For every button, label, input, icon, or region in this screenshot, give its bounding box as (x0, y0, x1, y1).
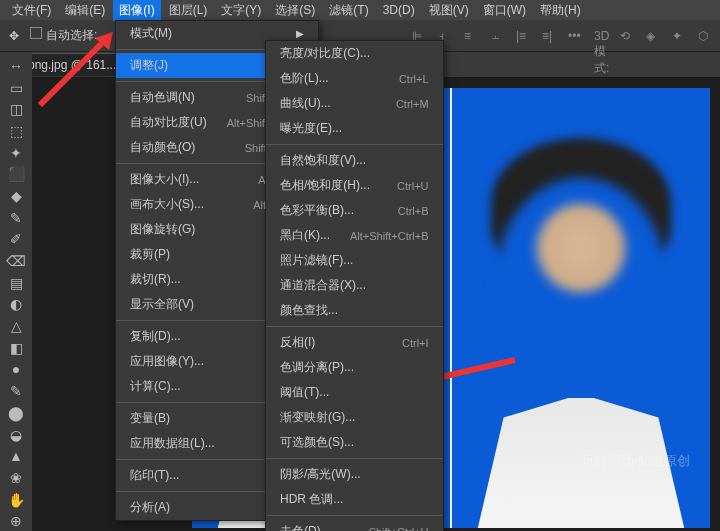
tool-4[interactable]: ✦ (4, 143, 28, 163)
menu-item[interactable]: 颜色查找... (266, 298, 443, 323)
tool-2[interactable]: ◫ (4, 99, 28, 119)
alignment-icons: ⊫ ⫞ ≡ ⫠ |≡ ≡| ••• 3D 模式: ⟲ ◈ ✦ ⬡ (412, 29, 714, 43)
mode-icon[interactable]: ◈ (646, 29, 662, 43)
mode-icon[interactable]: ⬡ (698, 29, 714, 43)
menubar: 文件(F)编辑(E)图像(I)图层(L)文字(Y)选择(S)滤镜(T)3D(D)… (0, 0, 720, 20)
mode-icon[interactable]: ⟲ (620, 29, 636, 43)
menu-8[interactable]: 视图(V) (423, 0, 475, 21)
tool-18[interactable]: ▲ (4, 446, 28, 466)
menu-0[interactable]: 文件(F) (6, 0, 57, 21)
tool-14[interactable]: ● (4, 360, 28, 380)
tool-7[interactable]: ✎ (4, 208, 28, 228)
tool-0[interactable]: ↔ (4, 56, 28, 76)
tool-13[interactable]: ◧ (4, 338, 28, 358)
toolbar: ↔▭◫⬚✦⬛◆✎✐⌫▤◐△◧●✎⬤◒▲❀✋⊕ (0, 52, 32, 531)
tool-21[interactable]: ⊕ (4, 511, 28, 531)
menu-5[interactable]: 选择(S) (269, 0, 321, 21)
menu-item[interactable]: 色相/饱和度(H)...Ctrl+U (266, 173, 443, 198)
watermark: 玩转职场·知道原创 (582, 452, 690, 470)
tool-16[interactable]: ⬤ (4, 403, 28, 423)
tool-6[interactable]: ◆ (4, 186, 28, 206)
menu-1[interactable]: 编辑(E) (59, 0, 111, 21)
move-icon: ✥ (6, 28, 22, 44)
menu-item[interactable]: 色调分离(P)... (266, 355, 443, 380)
tool-12[interactable]: △ (4, 316, 28, 336)
menu-item[interactable]: 亮度/对比度(C)... (266, 41, 443, 66)
menu-item[interactable]: 渐变映射(G)... (266, 405, 443, 430)
menu-2[interactable]: 图像(I) (113, 0, 160, 21)
menu-item[interactable]: 色阶(L)...Ctrl+L (266, 66, 443, 91)
menu-6[interactable]: 滤镜(T) (323, 0, 374, 21)
tool-3[interactable]: ⬚ (4, 121, 28, 141)
tool-10[interactable]: ▤ (4, 273, 28, 293)
tool-5[interactable]: ⬛ (4, 164, 28, 184)
menu-item[interactable]: 通道混合器(X)... (266, 273, 443, 298)
tool-9[interactable]: ⌫ (4, 251, 28, 271)
adjustments-submenu: 亮度/对比度(C)...色阶(L)...Ctrl+L曲线(U)...Ctrl+M… (265, 40, 444, 531)
align-icon[interactable]: ≡ (464, 29, 480, 43)
more-icon[interactable]: ••• (568, 29, 584, 43)
menu-item[interactable]: 照片滤镜(F)... (266, 248, 443, 273)
menu-item[interactable]: 自然饱和度(V)... (266, 148, 443, 173)
menu-item[interactable]: HDR 色调... (266, 487, 443, 512)
align-icon[interactable]: ≡| (542, 29, 558, 43)
mode-label: 3D 模式: (594, 29, 610, 43)
tool-15[interactable]: ✎ (4, 381, 28, 401)
auto-select-checkbox[interactable]: 自动选择: (30, 27, 97, 44)
menu-item[interactable]: 阴影/高光(W)... (266, 462, 443, 487)
menu-9[interactable]: 窗口(W) (477, 0, 532, 21)
menu-item[interactable]: 色彩平衡(B)...Ctrl+B (266, 198, 443, 223)
tab-label: 1.png.jpg @ 161... (18, 58, 116, 72)
menu-item[interactable]: 反相(I)Ctrl+I (266, 330, 443, 355)
menu-10[interactable]: 帮助(H) (534, 0, 587, 21)
menu-item[interactable]: 去色(D)Shift+Ctrl+U (266, 519, 443, 531)
menu-3[interactable]: 图层(L) (163, 0, 214, 21)
align-icon[interactable]: |≡ (516, 29, 532, 43)
menu-item[interactable]: 黑白(K)...Alt+Shift+Ctrl+B (266, 223, 443, 248)
tool-11[interactable]: ◐ (4, 295, 28, 315)
tool-20[interactable]: ✋ (4, 490, 28, 510)
menu-item[interactable]: 可选颜色(S)... (266, 430, 443, 455)
menu-4[interactable]: 文字(Y) (215, 0, 267, 21)
tool-8[interactable]: ✐ (4, 230, 28, 250)
menu-item[interactable]: 曲线(U)...Ctrl+M (266, 91, 443, 116)
menu-item[interactable]: 曝光度(E)... (266, 116, 443, 141)
mode-icon[interactable]: ✦ (672, 29, 688, 43)
align-icon[interactable]: ⫠ (490, 29, 506, 43)
tool-17[interactable]: ◒ (4, 425, 28, 445)
tool-19[interactable]: ❀ (4, 468, 28, 488)
menu-7[interactable]: 3D(D) (377, 1, 421, 19)
tool-1[interactable]: ▭ (4, 78, 28, 98)
menu-item[interactable]: 阈值(T)... (266, 380, 443, 405)
